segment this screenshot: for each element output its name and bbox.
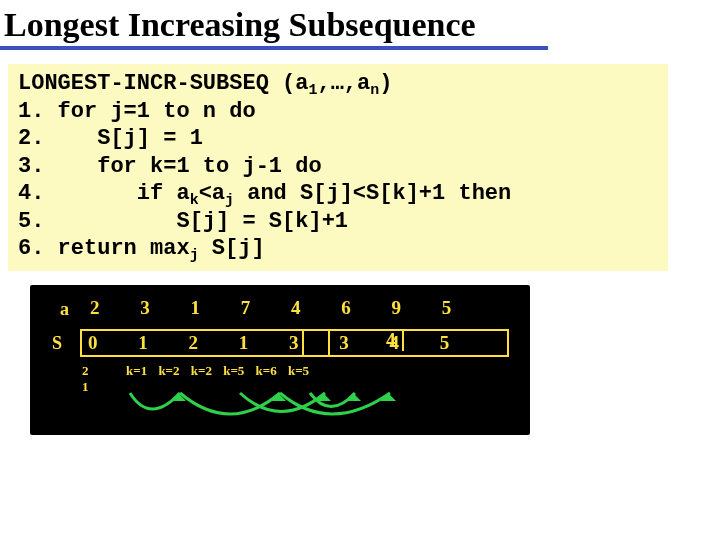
code-line: 5. S[j] = S[k]+1	[18, 208, 658, 236]
sub: k	[190, 192, 199, 208]
t: 4. if a	[18, 181, 190, 206]
sub: j	[225, 192, 234, 208]
t: <a	[199, 181, 225, 206]
t: and S[j]<S[k]+1 then	[234, 181, 511, 206]
arrow	[280, 393, 390, 414]
t: )	[379, 71, 392, 96]
t: ,…,a	[317, 71, 370, 96]
sub: n	[370, 82, 379, 98]
t: S[j]	[199, 236, 265, 261]
page-title: Longest Increasing Subsequence	[0, 0, 548, 50]
code-head: LONGEST-INCR-SUBSEQ (a1,…,an)	[18, 70, 658, 98]
code-line: 3. for k=1 to j-1 do	[18, 153, 658, 181]
code-line: 2. S[j] = 1	[18, 125, 658, 153]
code-line: 1. for j=1 to n do	[18, 98, 658, 126]
blackboard: a 2 3 1 7 4 6 9 5 S 0 1 2 1 3 3 4 5 4 2 …	[30, 285, 530, 435]
arrowhead	[345, 393, 361, 401]
pseudocode-box: LONGEST-INCR-SUBSEQ (a1,…,an) 1. for j=1…	[8, 64, 668, 271]
arrow	[180, 393, 280, 414]
code-line: 4. if ak<aj and S[j]<S[k]+1 then	[18, 180, 658, 208]
sub: j	[190, 247, 199, 263]
arrows-svg	[30, 285, 530, 435]
code-line: 6. return maxj S[j]	[18, 235, 658, 263]
t: 6. return max	[18, 236, 190, 261]
t: LONGEST-INCR-SUBSEQ (a	[18, 71, 308, 96]
